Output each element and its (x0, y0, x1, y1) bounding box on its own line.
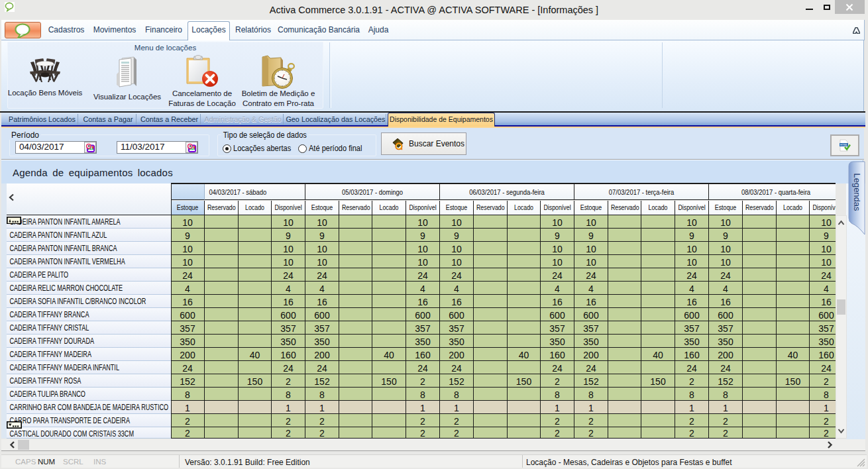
svg-text:HTML: HTML (840, 143, 848, 146)
